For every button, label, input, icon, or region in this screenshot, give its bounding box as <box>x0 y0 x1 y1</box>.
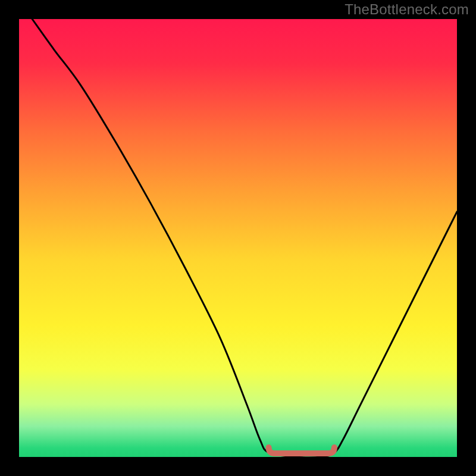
chart-plot <box>19 19 457 457</box>
chart-background <box>19 19 457 457</box>
watermark-label: TheBottleneck.com <box>345 1 469 18</box>
chart-frame: TheBottleneck.com <box>0 0 476 476</box>
